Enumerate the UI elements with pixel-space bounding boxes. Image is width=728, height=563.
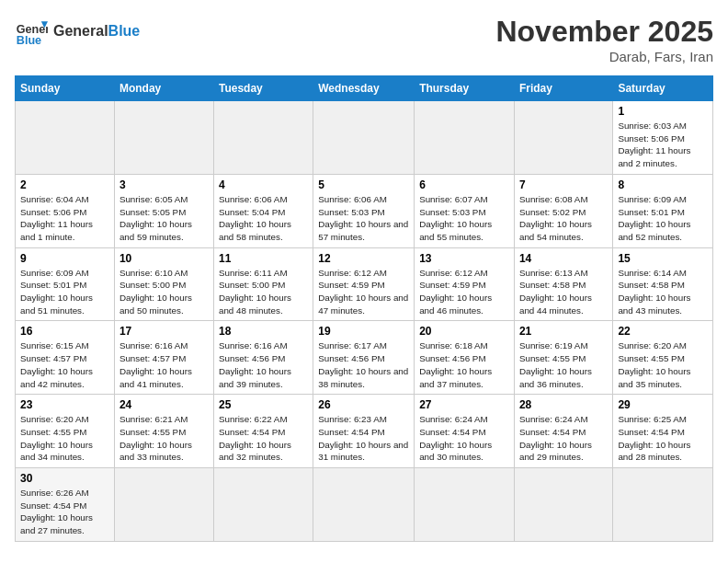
calendar-cell: 2Sunrise: 6:04 AMSunset: 5:06 PMDaylight… <box>16 174 115 247</box>
day-info: Sunrise: 6:26 AMSunset: 4:54 PMDaylight:… <box>20 487 109 537</box>
calendar-cell <box>213 101 313 175</box>
weekday-header-saturday: Saturday <box>613 76 713 101</box>
calendar-cell: 6Sunrise: 6:07 AMSunset: 5:03 PMDaylight… <box>415 174 515 247</box>
weekday-header-sunday: Sunday <box>16 76 115 101</box>
day-number: 28 <box>519 398 608 411</box>
calendar-cell: 30Sunrise: 6:26 AMSunset: 4:54 PMDayligh… <box>16 468 115 542</box>
day-info: Sunrise: 6:05 AMSunset: 5:05 PMDaylight:… <box>119 193 209 244</box>
day-info: Sunrise: 6:04 AMSunset: 5:06 PMDaylight:… <box>20 193 109 244</box>
calendar-cell: 25Sunrise: 6:22 AMSunset: 4:54 PMDayligh… <box>213 395 313 468</box>
day-info: Sunrise: 6:06 AMSunset: 5:04 PMDaylight:… <box>219 193 308 244</box>
day-info: Sunrise: 6:07 AMSunset: 5:03 PMDaylight:… <box>419 193 509 244</box>
day-info: Sunrise: 6:16 AMSunset: 4:56 PMDaylight:… <box>219 339 308 390</box>
calendar-cell: 4Sunrise: 6:06 AMSunset: 5:04 PMDaylight… <box>213 174 313 247</box>
calendar-week-row: 9Sunrise: 6:09 AMSunset: 5:01 PMDaylight… <box>16 247 713 321</box>
day-info: Sunrise: 6:10 AMSunset: 5:00 PMDaylight:… <box>119 267 209 317</box>
calendar-cell: 7Sunrise: 6:08 AMSunset: 5:02 PMDaylight… <box>514 174 612 247</box>
calendar-week-row: 1Sunrise: 6:03 AMSunset: 5:06 PMDaylight… <box>16 101 713 175</box>
day-number: 22 <box>618 325 708 338</box>
calendar-title: November 2025 <box>495 15 713 49</box>
calendar-cell: 18Sunrise: 6:16 AMSunset: 4:56 PMDayligh… <box>213 321 313 395</box>
logo-icon: General Blue <box>15 15 48 48</box>
day-number: 20 <box>419 325 509 338</box>
day-number: 29 <box>618 398 708 411</box>
calendar-cell <box>514 101 612 175</box>
day-info: Sunrise: 6:09 AMSunset: 5:01 PMDaylight:… <box>20 267 109 317</box>
day-info: Sunrise: 6:18 AMSunset: 4:56 PMDaylight:… <box>419 339 509 390</box>
day-number: 1 <box>618 105 708 118</box>
calendar-cell: 29Sunrise: 6:25 AMSunset: 4:54 PMDayligh… <box>613 395 713 468</box>
calendar-cell: 19Sunrise: 6:17 AMSunset: 4:56 PMDayligh… <box>313 321 415 395</box>
day-number: 26 <box>318 398 409 411</box>
calendar-cell: 20Sunrise: 6:18 AMSunset: 4:56 PMDayligh… <box>415 321 515 395</box>
day-info: Sunrise: 6:09 AMSunset: 5:01 PMDaylight:… <box>618 193 708 244</box>
logo: General Blue GeneralBlue <box>15 15 140 48</box>
day-info: Sunrise: 6:19 AMSunset: 4:55 PMDaylight:… <box>519 339 608 390</box>
calendar-cell: 11Sunrise: 6:11 AMSunset: 5:00 PMDayligh… <box>213 247 313 321</box>
calendar-cell: 26Sunrise: 6:23 AMSunset: 4:54 PMDayligh… <box>313 395 415 468</box>
day-number: 23 <box>20 398 109 411</box>
day-number: 27 <box>419 398 509 411</box>
day-info: Sunrise: 6:17 AMSunset: 4:56 PMDaylight:… <box>318 339 409 390</box>
day-number: 6 <box>419 178 509 191</box>
weekday-header-thursday: Thursday <box>415 76 515 101</box>
day-number: 9 <box>20 252 109 265</box>
svg-text:Blue: Blue <box>17 34 41 47</box>
calendar-cell: 24Sunrise: 6:21 AMSunset: 4:55 PMDayligh… <box>114 395 213 468</box>
day-number: 25 <box>219 398 308 411</box>
day-number: 2 <box>20 178 109 191</box>
day-info: Sunrise: 6:14 AMSunset: 4:58 PMDaylight:… <box>618 267 708 317</box>
weekday-header-monday: Monday <box>114 76 213 101</box>
day-number: 12 <box>318 252 409 265</box>
weekday-header-tuesday: Tuesday <box>213 76 313 101</box>
calendar-cell <box>313 101 415 175</box>
day-number: 16 <box>20 325 109 338</box>
logo-text: GeneralBlue <box>53 23 140 40</box>
day-number: 21 <box>519 325 608 338</box>
day-number: 3 <box>119 178 209 191</box>
calendar-cell: 21Sunrise: 6:19 AMSunset: 4:55 PMDayligh… <box>514 321 612 395</box>
calendar-cell: 28Sunrise: 6:24 AMSunset: 4:54 PMDayligh… <box>514 395 612 468</box>
day-info: Sunrise: 6:15 AMSunset: 4:57 PMDaylight:… <box>20 339 109 390</box>
day-number: 14 <box>519 252 608 265</box>
day-number: 7 <box>519 178 608 191</box>
calendar-cell: 5Sunrise: 6:06 AMSunset: 5:03 PMDaylight… <box>313 174 415 247</box>
calendar-cell: 17Sunrise: 6:16 AMSunset: 4:57 PMDayligh… <box>114 321 213 395</box>
calendar-cell: 3Sunrise: 6:05 AMSunset: 5:05 PMDaylight… <box>114 174 213 247</box>
day-number: 17 <box>119 325 209 338</box>
calendar-cell <box>16 101 115 175</box>
calendar-cell <box>114 468 213 542</box>
calendar-week-row: 2Sunrise: 6:04 AMSunset: 5:06 PMDaylight… <box>16 174 713 247</box>
calendar-subtitle: Darab, Fars, Iran <box>495 49 713 64</box>
day-number: 13 <box>419 252 509 265</box>
day-info: Sunrise: 6:08 AMSunset: 5:02 PMDaylight:… <box>519 193 608 244</box>
calendar-cell: 8Sunrise: 6:09 AMSunset: 5:01 PMDaylight… <box>613 174 713 247</box>
calendar-cell: 10Sunrise: 6:10 AMSunset: 5:00 PMDayligh… <box>114 247 213 321</box>
day-info: Sunrise: 6:13 AMSunset: 4:58 PMDaylight:… <box>519 267 608 317</box>
calendar-week-row: 30Sunrise: 6:26 AMSunset: 4:54 PMDayligh… <box>16 468 713 542</box>
day-number: 10 <box>119 252 209 265</box>
day-info: Sunrise: 6:24 AMSunset: 4:54 PMDaylight:… <box>419 413 509 464</box>
calendar-cell <box>415 468 515 542</box>
weekday-header-row: SundayMondayTuesdayWednesdayThursdayFrid… <box>16 76 713 101</box>
day-info: Sunrise: 6:16 AMSunset: 4:57 PMDaylight:… <box>119 339 209 390</box>
weekday-header-friday: Friday <box>514 76 612 101</box>
day-info: Sunrise: 6:11 AMSunset: 5:00 PMDaylight:… <box>219 267 308 317</box>
day-number: 19 <box>318 325 409 338</box>
calendar-cell <box>514 468 612 542</box>
day-number: 5 <box>318 178 409 191</box>
day-number: 18 <box>219 325 308 338</box>
day-number: 30 <box>20 472 109 485</box>
title-block: November 2025 Darab, Fars, Iran <box>495 15 713 64</box>
calendar-cell: 16Sunrise: 6:15 AMSunset: 4:57 PMDayligh… <box>16 321 115 395</box>
calendar-cell <box>613 468 713 542</box>
calendar-cell: 9Sunrise: 6:09 AMSunset: 5:01 PMDaylight… <box>16 247 115 321</box>
calendar-cell <box>313 468 415 542</box>
day-number: 4 <box>219 178 308 191</box>
calendar-cell: 12Sunrise: 6:12 AMSunset: 4:59 PMDayligh… <box>313 247 415 321</box>
calendar-table: SundayMondayTuesdayWednesdayThursdayFrid… <box>15 75 713 542</box>
day-info: Sunrise: 6:22 AMSunset: 4:54 PMDaylight:… <box>219 413 308 464</box>
calendar-cell <box>213 468 313 542</box>
calendar-cell: 1Sunrise: 6:03 AMSunset: 5:06 PMDaylight… <box>613 101 713 175</box>
day-info: Sunrise: 6:21 AMSunset: 4:55 PMDaylight:… <box>119 413 209 464</box>
